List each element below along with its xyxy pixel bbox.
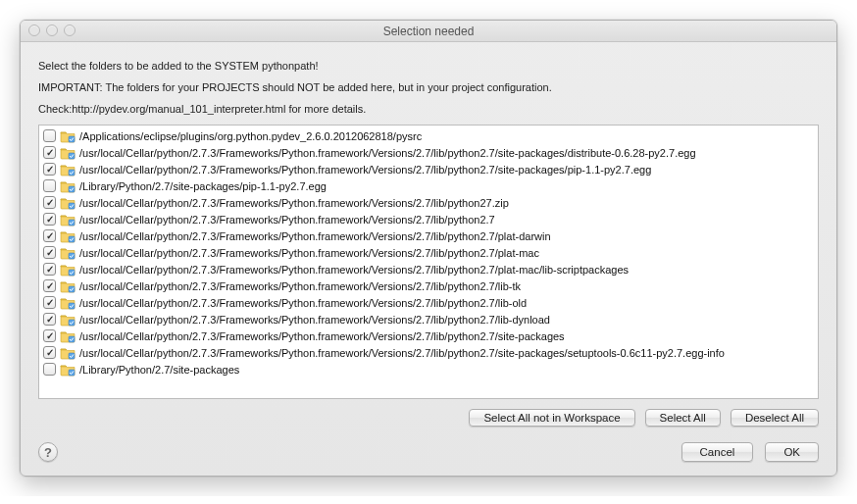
svg-rect-4 (69, 203, 75, 209)
folder-icon (60, 279, 76, 293)
svg-rect-8 (69, 270, 75, 276)
close-icon[interactable] (28, 25, 40, 36)
instruction-line-3: Check:http://pydev.org/manual_101_interp… (38, 103, 819, 115)
zoom-icon[interactable] (64, 25, 76, 36)
folder-path: /usr/local/Cellar/python/2.7.3/Framework… (79, 247, 539, 259)
folder-icon (60, 313, 76, 327)
list-item[interactable]: /usr/local/Cellar/python/2.7.3/Framework… (39, 311, 818, 328)
svg-rect-0 (69, 136, 75, 142)
cancel-button[interactable]: Cancel (681, 442, 754, 462)
folder-path: /usr/local/Cellar/python/2.7.3/Framework… (79, 147, 696, 159)
checkbox[interactable] (43, 346, 56, 359)
checkbox[interactable] (43, 296, 56, 309)
checkbox[interactable] (43, 163, 56, 176)
svg-rect-14 (69, 370, 75, 376)
window-title: Selection needed (21, 25, 836, 38)
checkbox[interactable] (43, 229, 56, 242)
svg-rect-7 (69, 253, 75, 259)
checkbox[interactable] (43, 213, 56, 226)
svg-rect-12 (69, 336, 75, 342)
list-item[interactable]: /usr/local/Cellar/python/2.7.3/Framework… (39, 194, 818, 211)
folder-path: /usr/local/Cellar/python/2.7.3/Framework… (79, 347, 725, 359)
svg-rect-5 (69, 220, 75, 226)
folder-path: /usr/local/Cellar/python/2.7.3/Framework… (79, 214, 495, 226)
list-item[interactable]: /usr/local/Cellar/python/2.7.3/Framework… (39, 277, 818, 294)
folder-icon (60, 163, 76, 176)
folder-icon (60, 363, 76, 377)
deselect-all-button[interactable]: Deselect All (731, 409, 819, 427)
folder-path: /usr/local/Cellar/python/2.7.3/Framework… (79, 230, 551, 242)
svg-rect-1 (69, 153, 75, 159)
folder-icon (60, 129, 76, 143)
folder-icon (60, 229, 76, 243)
list-item[interactable]: /usr/local/Cellar/python/2.7.3/Framework… (39, 328, 818, 344)
list-item[interactable]: /usr/local/Cellar/python/2.7.3/Framework… (39, 244, 818, 261)
svg-rect-11 (69, 320, 75, 326)
folder-path: /usr/local/Cellar/python/2.7.3/Framework… (79, 197, 509, 209)
folder-path: /usr/local/Cellar/python/2.7.3/Framework… (79, 280, 521, 292)
list-item[interactable]: /usr/local/Cellar/python/2.7.3/Framework… (39, 144, 818, 161)
list-item[interactable]: /Library/Python/2.7/site-packages (39, 361, 818, 378)
list-item[interactable]: /usr/local/Cellar/python/2.7.3/Framework… (39, 211, 818, 227)
list-item[interactable]: /usr/local/Cellar/python/2.7.3/Framework… (39, 344, 818, 361)
folder-icon (60, 179, 76, 193)
dialog-content: Select the folders to be added to the SY… (21, 42, 836, 436)
list-item[interactable]: /usr/local/Cellar/python/2.7.3/Framework… (39, 161, 818, 177)
folder-path: /Applications/eclipse/plugins/org.python… (79, 130, 422, 142)
folder-icon (60, 146, 76, 160)
svg-rect-6 (69, 236, 75, 242)
checkbox[interactable] (43, 363, 56, 376)
footer-button-row: Cancel OK (681, 442, 819, 462)
select-all-button[interactable]: Select All (645, 409, 721, 427)
minimize-icon[interactable] (46, 25, 58, 36)
folder-icon (60, 346, 76, 360)
folder-icon (60, 296, 76, 310)
folder-path: /Library/Python/2.7/site-packages (79, 364, 239, 376)
ok-button[interactable]: OK (765, 442, 819, 462)
list-item[interactable]: /usr/local/Cellar/python/2.7.3/Framework… (39, 227, 818, 244)
checkbox[interactable] (43, 196, 56, 209)
folder-path: /usr/local/Cellar/python/2.7.3/Framework… (79, 314, 550, 326)
titlebar: Selection needed (21, 21, 836, 42)
folder-icon (60, 246, 76, 260)
checkbox[interactable] (43, 179, 56, 192)
folder-icon (60, 213, 76, 227)
folder-path: /usr/local/Cellar/python/2.7.3/Framework… (79, 264, 629, 276)
instruction-line-2: IMPORTANT: The folders for your PROJECTS… (38, 81, 819, 93)
checkbox[interactable] (43, 313, 56, 326)
list-item[interactable]: /Library/Python/2.7/site-packages/pip-1.… (39, 177, 818, 194)
checkbox[interactable] (43, 279, 56, 292)
checkbox[interactable] (43, 146, 56, 159)
selection-button-row: Select All not in Workspace Select All D… (38, 399, 819, 430)
list-item[interactable]: /usr/local/Cellar/python/2.7.3/Framework… (39, 294, 818, 311)
list-item[interactable]: /usr/local/Cellar/python/2.7.3/Framework… (39, 261, 818, 277)
help-icon[interactable]: ? (38, 442, 58, 462)
svg-rect-2 (69, 170, 75, 176)
folder-icon (60, 329, 76, 343)
svg-rect-3 (69, 186, 75, 192)
folder-list[interactable]: /Applications/eclipse/plugins/org.python… (38, 125, 819, 399)
select-all-not-in-workspace-button[interactable]: Select All not in Workspace (469, 409, 634, 427)
folder-icon (60, 196, 76, 210)
dialog-window: Selection needed Select the folders to b… (20, 20, 837, 477)
checkbox[interactable] (43, 246, 56, 259)
folder-path: /usr/local/Cellar/python/2.7.3/Framework… (79, 164, 651, 176)
svg-rect-9 (69, 286, 75, 292)
list-item[interactable]: /Applications/eclipse/plugins/org.python… (39, 127, 818, 144)
folder-icon (60, 263, 76, 277)
folder-path: /Library/Python/2.7/site-packages/pip-1.… (79, 180, 327, 192)
checkbox[interactable] (43, 329, 56, 342)
svg-rect-10 (69, 303, 75, 309)
checkbox[interactable] (43, 263, 56, 276)
dialog-footer: ? Cancel OK (21, 436, 836, 476)
traffic-lights (28, 25, 76, 36)
instruction-line-1: Select the folders to be added to the SY… (38, 60, 819, 72)
svg-rect-13 (69, 353, 75, 359)
folder-path: /usr/local/Cellar/python/2.7.3/Framework… (79, 297, 527, 309)
checkbox[interactable] (43, 129, 56, 142)
folder-path: /usr/local/Cellar/python/2.7.3/Framework… (79, 330, 565, 342)
